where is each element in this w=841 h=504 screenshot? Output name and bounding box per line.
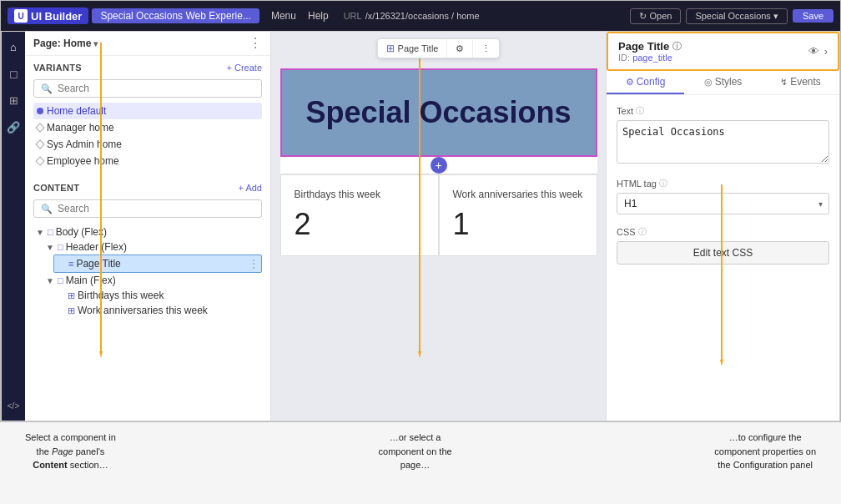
tree-icon-birthdays: ⊞ [68, 290, 75, 301]
variant-dot-active [37, 108, 43, 114]
config-visibility-btn[interactable]: 👁 [808, 45, 819, 58]
tree-icon-body: □ [48, 227, 53, 237]
tab-events[interactable]: ↯ Events [762, 71, 839, 94]
edit-css-button[interactable]: Edit text CSS [617, 241, 829, 265]
add-content-btn[interactable]: + Add [239, 183, 262, 193]
tab-config[interactable]: ⚙ Config [607, 71, 684, 94]
config-text-field: Text ⓘ Special Occasions [617, 105, 829, 166]
variant-label-sysadmin-home: Sys Admin home [47, 139, 122, 150]
top-menu: Menu Help [266, 8, 334, 23]
config-select-wrapper: H1 H2 H3 H4 p span div ▾ [617, 193, 829, 214]
config-html-tag-label: HTML tag ⓘ [617, 178, 829, 189]
canvas-toolbar-more[interactable]: ⋮ [473, 40, 499, 58]
config-text-label: Text ⓘ [617, 105, 829, 117]
tab-styles[interactable]: ◎ Styles [684, 71, 762, 94]
tab-styles-icon: ◎ [704, 77, 713, 88]
page-title-component[interactable]: Special Occasions [280, 68, 597, 157]
content-section: Content + Add 🔍 ▼ □ Body (Flex) [25, 176, 270, 421]
content-search-box: 🔍 [33, 199, 262, 218]
tree-label-work-anniv: Work anniversaries this week [78, 305, 260, 316]
icon-page[interactable]: ◻ [5, 65, 22, 82]
config-panel: Page Title ⓘ ID: page_title 👁 › [606, 32, 839, 421]
content-search-icon: 🔍 [41, 204, 53, 214]
top-bar: U UI Builder Special Occasions Web Exper… [1, 1, 840, 31]
save-button[interactable]: Save [793, 9, 833, 23]
scope-button[interactable]: Special Occasions ▾ [686, 8, 788, 24]
tree-icon-work-anniv: ⊞ [68, 305, 75, 316]
canvas-toolbar-page-title[interactable]: ⊞ Page Title [378, 39, 448, 58]
page-title-label[interactable]: Page: Home ▾ [33, 38, 98, 49]
config-html-tag-select[interactable]: H1 H2 H3 H4 p span div [617, 193, 829, 214]
active-tab[interactable]: Special Occasions Web Experie... [92, 8, 259, 23]
card-work-anniv-value: 1 [453, 207, 583, 242]
config-text-textarea[interactable]: Special Occasions [617, 120, 829, 164]
left-panel: Page: Home ▾ ⋮ Variants + Create 🔍 [25, 32, 271, 421]
variant-diamond-2 [35, 139, 44, 149]
menu-item-help[interactable]: Help [303, 8, 334, 23]
icon-code[interactable]: </> [5, 397, 22, 414]
ann-right: …to configure thecomponent properties on… [714, 431, 816, 472]
cards-row: Birthdays this week 2 Work anniversaries… [280, 174, 597, 256]
icon-bar-bottom: </> [5, 397, 22, 421]
canvas-toolbar-settings[interactable]: ⚙ [447, 40, 473, 58]
variant-label-home-default: Home default [47, 105, 106, 117]
refresh-icon: ↻ [639, 11, 647, 22]
add-between-btn[interactable]: + [280, 157, 597, 174]
variants-search-icon: 🔍 [41, 83, 53, 94]
tree-main[interactable]: ▼ □ Main (Flex) [43, 273, 262, 288]
tree-icon-page-title: ≡ [68, 259, 73, 269]
canvas-toolbar-settings-icon: ⚙ [456, 43, 464, 54]
card-work-anniv[interactable]: Work anniversaries this week 1 [439, 174, 597, 256]
config-expand-btn[interactable]: › [824, 45, 828, 58]
icon-bar: ⌂ ◻ ⊞ 🔗 </> [2, 32, 25, 421]
tree-birthdays[interactable]: ⊞ Birthdays this week [53, 288, 262, 303]
create-variant-btn[interactable]: + Create [227, 63, 263, 73]
page-header-menu[interactable]: ⋮ [249, 37, 262, 50]
variant-manager-home[interactable]: Manager home [33, 119, 262, 136]
tree-dots-page-title[interactable]: ⋮ [248, 257, 259, 270]
card-birthdays[interactable]: Birthdays this week 2 [280, 174, 439, 256]
ann-center: …or select acomponent on thepage… [379, 431, 452, 472]
tree-label-page-title: Page Title [76, 258, 245, 270]
card-birthdays-title: Birthdays this week [295, 189, 425, 200]
config-css-field: CSS ⓘ Edit text CSS [617, 226, 829, 265]
icon-link[interactable]: 🔗 [5, 118, 22, 135]
menu-item-menu[interactable]: Menu [266, 8, 301, 23]
url-label: URL [344, 11, 362, 21]
config-title-group: Page Title ⓘ ID: page_title [618, 40, 682, 63]
tree-toggle-body: ▼ [35, 228, 45, 237]
icon-grid[interactable]: ⊞ [5, 92, 22, 108]
ui-builder-logo: U UI Builder [8, 8, 88, 24]
variant-home-default[interactable]: Home default [33, 103, 262, 119]
variants-section: Variants + Create 🔍 Home default [25, 56, 270, 176]
config-html-tag-field: HTML tag ⓘ H1 H2 H3 H4 p span div [617, 178, 829, 214]
url-value: /x/126321/occasions / home [365, 11, 480, 21]
logo-icon: U [14, 9, 28, 23]
variant-sysadmin-home[interactable]: Sys Admin home [33, 136, 262, 153]
tree-body[interactable]: ▼ □ Body (Flex) [33, 224, 262, 239]
css-label-info-icon: ⓘ [638, 226, 647, 238]
config-body: Text ⓘ Special Occasions HTML tag ⓘ [607, 95, 839, 421]
tree-page-title[interactable]: ≡ Page Title ⋮ [53, 255, 262, 273]
tab-events-icon: ↯ [780, 77, 788, 88]
config-panel-actions: 👁 › [808, 45, 828, 58]
tree-header[interactable]: ▼ □ Header (Flex) [43, 239, 262, 255]
content-title: Content [33, 183, 79, 193]
html-tag-info-icon: ⓘ [659, 178, 667, 189]
main-layout: ⌂ ◻ ⊞ 🔗 </> Page: Home ▾ ⋮ [1, 31, 840, 421]
variants-search-input[interactable] [58, 83, 254, 94]
add-btn-icon[interactable]: + [431, 157, 447, 174]
variant-employee-home[interactable]: Employee home [33, 153, 262, 169]
page-canvas: Special Occasions + Birthdays this week … [280, 68, 597, 256]
card-work-anniv-title: Work anniversaries this week [453, 189, 583, 200]
variants-header: Variants + Create [25, 56, 270, 76]
content-search-input[interactable] [58, 203, 254, 214]
icon-home[interactable]: ⌂ [5, 38, 22, 55]
config-title-info-icon: ⓘ [672, 40, 682, 53]
tree-work-anniversaries[interactable]: ⊞ Work anniversaries this week [53, 303, 262, 318]
card-birthdays-value: 2 [295, 207, 425, 242]
content-header: Content + Add [25, 176, 270, 196]
tree-toggle-header: ▼ [45, 243, 55, 252]
tree-label-body: Body (Flex) [56, 226, 260, 238]
open-button[interactable]: ↻ Open [630, 8, 681, 24]
